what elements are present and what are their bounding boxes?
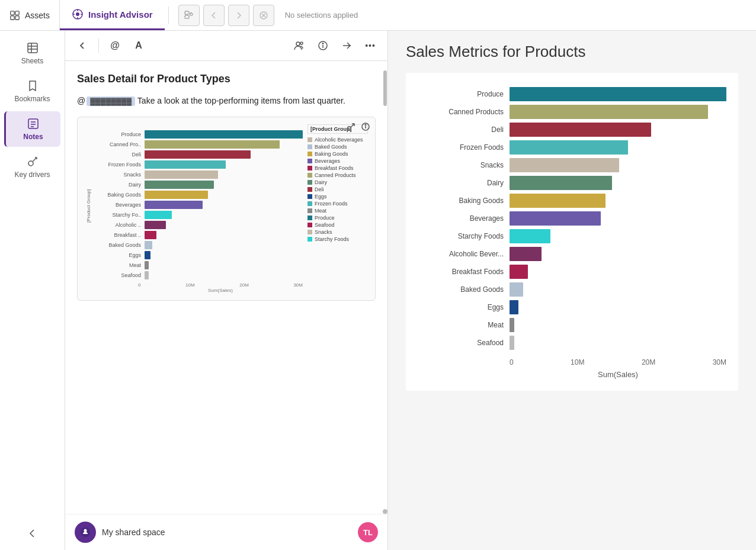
assets-label: Assets bbox=[25, 11, 50, 20]
chart-actions bbox=[347, 122, 370, 134]
notes-icon bbox=[27, 117, 40, 130]
legend-color bbox=[307, 201, 312, 206]
mini-bar-row: Starchy Fo.. bbox=[91, 211, 303, 219]
info-button[interactable] bbox=[313, 36, 333, 56]
mini-legend-item: Dairy bbox=[307, 179, 368, 185]
mini-bar-track bbox=[145, 140, 303, 149]
legend-label: Produce bbox=[315, 215, 335, 221]
mini-bar-label: Dairy bbox=[91, 182, 145, 188]
assets-tab[interactable]: Assets bbox=[0, 0, 60, 30]
insight-advisor-tab[interactable]: Insight Advisor bbox=[60, 0, 165, 30]
mini-bar-fill bbox=[145, 261, 149, 269]
at-symbol: @ bbox=[77, 96, 85, 105]
info-chart-icon[interactable] bbox=[361, 122, 370, 134]
scroll-thumb[interactable] bbox=[383, 70, 387, 106]
bookmarks-icon bbox=[26, 79, 39, 92]
send-button[interactable] bbox=[337, 36, 357, 56]
mini-bar-track bbox=[145, 211, 303, 219]
insight-icon bbox=[72, 8, 84, 20]
legend-color bbox=[307, 173, 312, 178]
mini-legend-item: Beverages bbox=[307, 158, 368, 164]
mini-bar-label: Beverages bbox=[91, 202, 145, 208]
mini-legend-item: Breakfast Foods bbox=[307, 165, 368, 171]
bar-label: Seafood bbox=[418, 339, 510, 347]
mini-bar-fill bbox=[145, 171, 218, 179]
text-format-button[interactable]: A bbox=[129, 36, 149, 56]
bar-fill bbox=[510, 229, 550, 243]
share-chart-icon[interactable] bbox=[347, 122, 356, 134]
sheets-label: Sheets bbox=[21, 57, 43, 65]
legend-color bbox=[307, 194, 312, 199]
topbar-actions bbox=[172, 5, 280, 26]
mini-bar-row: Baked Goods bbox=[91, 241, 303, 249]
mention-tag[interactable]: ▓▓▓▓▓▓▓▓ bbox=[87, 97, 135, 106]
bar-label: Deli bbox=[418, 126, 510, 134]
legend-color bbox=[307, 208, 312, 213]
scroll-bottom bbox=[383, 509, 387, 514]
mini-bar-label: Starchy Fo.. bbox=[91, 212, 145, 218]
legend-color bbox=[307, 137, 312, 142]
mini-chart-bars: [Product Group] ProduceCanned Pro..DeliF… bbox=[85, 124, 303, 293]
more-button[interactable]: ••• bbox=[360, 36, 380, 56]
sidebar-item-sheets[interactable]: Sheets bbox=[4, 36, 60, 71]
mini-bar-label: Breakfast .. bbox=[91, 232, 145, 238]
scrollbar[interactable] bbox=[383, 61, 387, 514]
main-bar-row: Eggs bbox=[418, 300, 726, 314]
mini-bar-row: Baking Goods bbox=[91, 191, 303, 199]
legend-color bbox=[307, 159, 312, 163]
bar-label: Baking Goods bbox=[418, 197, 510, 205]
legend-color bbox=[307, 180, 312, 185]
bar-fill bbox=[510, 123, 651, 137]
mini-bar-fill bbox=[145, 231, 156, 239]
mini-legend-item: Baking Goods bbox=[307, 151, 368, 157]
collapse-button[interactable] bbox=[21, 522, 44, 545]
main-bar-row: Alcoholic Bever... bbox=[418, 247, 726, 261]
note-body: @▓▓▓▓▓▓▓▓ Take a look at the top-perform… bbox=[77, 95, 376, 107]
main-bar-row: Seafood bbox=[418, 336, 726, 350]
mini-y-axis-label: [Product Group] bbox=[85, 130, 91, 281]
mini-legend-item: Starchy Foods bbox=[307, 236, 368, 242]
chart-title: Sales Metrics for Products bbox=[406, 43, 738, 61]
embedded-chart: [Product Group] ProduceCanned Pro..DeliF… bbox=[77, 117, 376, 301]
mini-bar-track bbox=[145, 181, 303, 189]
svg-point-37 bbox=[84, 529, 87, 532]
sidebar-item-key-drivers[interactable]: Key drivers bbox=[4, 149, 60, 185]
mini-bar-track bbox=[145, 130, 303, 139]
mention-button[interactable]: @ bbox=[105, 36, 125, 56]
sidebar-item-notes[interactable]: Notes bbox=[4, 111, 60, 147]
main-bar-row: Baking Goods bbox=[418, 194, 726, 208]
main-bar-row: Meat bbox=[418, 318, 726, 332]
notes-panel: @ A bbox=[65, 31, 388, 550]
user-avatar: TL bbox=[358, 522, 378, 542]
bar-track bbox=[510, 194, 726, 208]
main-bar-chart: ProduceCanned ProductsDeliFrozen FoodsSn… bbox=[418, 87, 726, 350]
bar-track bbox=[510, 140, 726, 155]
mini-legend-item: Produce bbox=[307, 215, 368, 221]
chart-container: ProduceCanned ProductsDeliFrozen FoodsSn… bbox=[406, 73, 738, 391]
main-bar-row: Deli bbox=[418, 123, 726, 137]
note-title: Sales Detail for Product Types bbox=[77, 73, 376, 85]
mini-legend-item: Seafood bbox=[307, 222, 368, 228]
mini-x-axis: 010M20M30M bbox=[85, 282, 303, 288]
search-button[interactable] bbox=[178, 5, 200, 26]
mini-legend-item: Canned Products bbox=[307, 172, 368, 178]
mini-bar-fill bbox=[145, 221, 166, 229]
back-note-button[interactable] bbox=[72, 36, 92, 56]
bar-track bbox=[510, 105, 726, 119]
main-bar-row: Produce bbox=[418, 87, 726, 101]
mini-bar-row: Produce bbox=[91, 130, 303, 139]
bar-track bbox=[510, 265, 726, 279]
mini-legend-item: Eggs bbox=[307, 194, 368, 200]
close-button[interactable] bbox=[253, 5, 274, 26]
mini-bar-row: Deli bbox=[91, 150, 303, 159]
mini-legend-item: Meat bbox=[307, 208, 368, 214]
collaborators-button[interactable] bbox=[289, 36, 309, 56]
forward-button[interactable] bbox=[228, 5, 249, 26]
bar-fill bbox=[510, 282, 523, 297]
user-initials: TL bbox=[363, 528, 373, 537]
sidebar-item-bookmarks[interactable]: Bookmarks bbox=[4, 73, 60, 109]
main-layout: Sheets Bookmarks Notes Key dr bbox=[0, 31, 756, 550]
back-button[interactable] bbox=[203, 5, 225, 26]
bar-track bbox=[510, 176, 726, 190]
mini-bar-fill bbox=[145, 160, 226, 169]
